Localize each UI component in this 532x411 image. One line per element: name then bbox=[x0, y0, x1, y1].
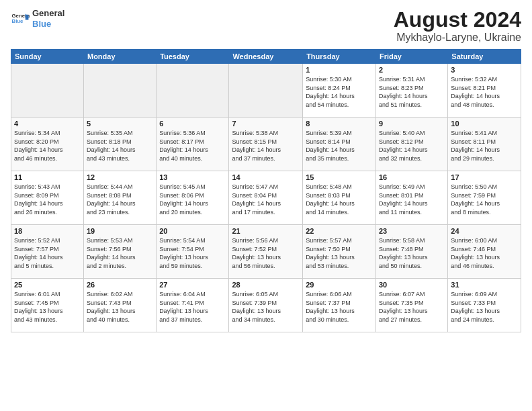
day-number: 15 bbox=[306, 173, 373, 181]
day-info: Sunrise: 5:54 AM Sunset: 7:54 PM Dayligh… bbox=[159, 236, 226, 270]
day-info: Sunrise: 6:09 AM Sunset: 7:33 PM Dayligh… bbox=[451, 290, 518, 324]
day-number: 28 bbox=[232, 281, 300, 289]
day-number: 19 bbox=[87, 227, 153, 235]
table-row: 21Sunrise: 5:56 AM Sunset: 7:52 PM Dayli… bbox=[229, 225, 303, 279]
table-row: 7Sunrise: 5:38 AM Sunset: 8:15 PM Daylig… bbox=[229, 118, 303, 171]
day-number: 30 bbox=[379, 281, 445, 289]
calendar-table: Sunday Monday Tuesday Wednesday Thursday… bbox=[11, 49, 521, 332]
day-info: Sunrise: 5:45 AM Sunset: 8:06 PM Dayligh… bbox=[159, 183, 226, 216]
day-info: Sunrise: 6:07 AM Sunset: 7:35 PM Dayligh… bbox=[379, 290, 445, 324]
day-info: Sunrise: 5:56 AM Sunset: 7:52 PM Dayligh… bbox=[232, 236, 300, 270]
table-row: 10Sunrise: 5:41 AM Sunset: 8:11 PM Dayli… bbox=[448, 118, 521, 171]
day-info: Sunrise: 6:05 AM Sunset: 7:39 PM Dayligh… bbox=[232, 290, 300, 324]
day-number: 23 bbox=[379, 227, 445, 235]
day-number: 13 bbox=[159, 173, 226, 181]
day-number: 17 bbox=[451, 173, 518, 181]
table-row: 3Sunrise: 5:32 AM Sunset: 8:21 PM Daylig… bbox=[448, 64, 521, 118]
title-block: August 2024 Mykhaylo-Laryne, Ukraine bbox=[394, 8, 521, 44]
table-row: 2Sunrise: 5:31 AM Sunset: 8:23 PM Daylig… bbox=[375, 64, 447, 118]
day-info: Sunrise: 5:32 AM Sunset: 8:21 PM Dayligh… bbox=[451, 75, 518, 109]
day-info: Sunrise: 6:02 AM Sunset: 7:43 PM Dayligh… bbox=[87, 290, 153, 324]
day-number: 3 bbox=[451, 66, 518, 74]
table-row: 27Sunrise: 6:04 AM Sunset: 7:41 PM Dayli… bbox=[157, 279, 229, 332]
table-row: 26Sunrise: 6:02 AM Sunset: 7:43 PM Dayli… bbox=[83, 279, 156, 332]
day-number: 12 bbox=[87, 173, 153, 181]
table-row: 29Sunrise: 6:06 AM Sunset: 7:37 PM Dayli… bbox=[303, 279, 376, 332]
day-info: Sunrise: 5:53 AM Sunset: 7:56 PM Dayligh… bbox=[87, 236, 153, 270]
day-info: Sunrise: 5:38 AM Sunset: 8:15 PM Dayligh… bbox=[232, 129, 300, 163]
calendar-week-row: 4Sunrise: 5:34 AM Sunset: 8:20 PM Daylig… bbox=[11, 118, 521, 171]
day-number: 14 bbox=[232, 173, 300, 181]
header-monday: Monday bbox=[83, 50, 156, 64]
day-number: 21 bbox=[232, 227, 300, 235]
day-number: 7 bbox=[232, 120, 300, 128]
day-info: Sunrise: 5:40 AM Sunset: 8:12 PM Dayligh… bbox=[379, 129, 445, 163]
table-row: 4Sunrise: 5:34 AM Sunset: 8:20 PM Daylig… bbox=[11, 118, 84, 171]
day-number: 31 bbox=[451, 281, 518, 289]
table-row: 15Sunrise: 5:48 AM Sunset: 8:03 PM Dayli… bbox=[303, 171, 376, 225]
header-wednesday: Wednesday bbox=[229, 50, 303, 64]
day-info: Sunrise: 5:49 AM Sunset: 8:01 PM Dayligh… bbox=[379, 183, 445, 216]
day-info: Sunrise: 5:35 AM Sunset: 8:18 PM Dayligh… bbox=[87, 129, 153, 163]
day-info: Sunrise: 5:34 AM Sunset: 8:20 PM Dayligh… bbox=[14, 129, 81, 163]
table-row bbox=[157, 64, 229, 118]
day-number: 11 bbox=[14, 173, 81, 181]
table-row: 28Sunrise: 6:05 AM Sunset: 7:39 PM Dayli… bbox=[229, 279, 303, 332]
day-info: Sunrise: 5:57 AM Sunset: 7:50 PM Dayligh… bbox=[306, 236, 373, 270]
table-row: 16Sunrise: 5:49 AM Sunset: 8:01 PM Dayli… bbox=[375, 171, 447, 225]
day-number: 6 bbox=[159, 120, 226, 128]
day-info: Sunrise: 5:58 AM Sunset: 7:48 PM Dayligh… bbox=[379, 236, 445, 270]
logo-general: General bbox=[32, 8, 64, 19]
table-row: 14Sunrise: 5:47 AM Sunset: 8:04 PM Dayli… bbox=[229, 171, 303, 225]
table-row bbox=[229, 64, 303, 118]
day-number: 10 bbox=[451, 120, 518, 128]
day-number: 25 bbox=[14, 281, 81, 289]
day-info: Sunrise: 5:47 AM Sunset: 8:04 PM Dayligh… bbox=[232, 183, 300, 216]
calendar-week-row: 11Sunrise: 5:43 AM Sunset: 8:09 PM Dayli… bbox=[11, 171, 521, 225]
table-row: 30Sunrise: 6:07 AM Sunset: 7:35 PM Dayli… bbox=[375, 279, 447, 332]
day-info: Sunrise: 6:06 AM Sunset: 7:37 PM Dayligh… bbox=[306, 290, 373, 324]
svg-text:Blue: Blue bbox=[12, 18, 24, 24]
logo-icon: General Blue bbox=[11, 9, 30, 28]
day-number: 2 bbox=[379, 66, 445, 74]
header-friday: Friday bbox=[375, 50, 447, 64]
table-row: 8Sunrise: 5:39 AM Sunset: 8:14 PM Daylig… bbox=[303, 118, 376, 171]
day-number: 29 bbox=[306, 281, 373, 289]
svg-marker-4 bbox=[26, 14, 29, 19]
subtitle: Mykhaylo-Laryne, Ukraine bbox=[394, 32, 521, 44]
table-row: 9Sunrise: 5:40 AM Sunset: 8:12 PM Daylig… bbox=[375, 118, 447, 171]
calendar-week-row: 25Sunrise: 6:01 AM Sunset: 7:45 PM Dayli… bbox=[11, 279, 521, 332]
day-info: Sunrise: 5:30 AM Sunset: 8:24 PM Dayligh… bbox=[306, 75, 373, 109]
day-number: 22 bbox=[306, 227, 373, 235]
day-number: 20 bbox=[159, 227, 226, 235]
table-row: 20Sunrise: 5:54 AM Sunset: 7:54 PM Dayli… bbox=[157, 225, 229, 279]
table-row: 19Sunrise: 5:53 AM Sunset: 7:56 PM Dayli… bbox=[83, 225, 156, 279]
day-info: Sunrise: 6:04 AM Sunset: 7:41 PM Dayligh… bbox=[159, 290, 226, 324]
table-row: 1Sunrise: 5:30 AM Sunset: 8:24 PM Daylig… bbox=[303, 64, 376, 118]
header-sunday: Sunday bbox=[11, 50, 84, 64]
table-row: 23Sunrise: 5:58 AM Sunset: 7:48 PM Dayli… bbox=[375, 225, 447, 279]
main-title: August 2024 bbox=[394, 8, 521, 32]
day-number: 26 bbox=[87, 281, 153, 289]
header-saturday: Saturday bbox=[448, 50, 521, 64]
calendar-header-row: Sunday Monday Tuesday Wednesday Thursday… bbox=[11, 50, 521, 64]
table-row bbox=[83, 64, 156, 118]
table-row bbox=[11, 64, 84, 118]
day-info: Sunrise: 5:31 AM Sunset: 8:23 PM Dayligh… bbox=[379, 75, 445, 109]
day-info: Sunrise: 6:01 AM Sunset: 7:45 PM Dayligh… bbox=[14, 290, 81, 324]
day-info: Sunrise: 5:48 AM Sunset: 8:03 PM Dayligh… bbox=[306, 183, 373, 216]
day-number: 18 bbox=[14, 227, 81, 235]
day-info: Sunrise: 5:52 AM Sunset: 7:57 PM Dayligh… bbox=[14, 236, 81, 270]
day-number: 16 bbox=[379, 173, 445, 181]
table-row: 22Sunrise: 5:57 AM Sunset: 7:50 PM Dayli… bbox=[303, 225, 376, 279]
header: General Blue General Blue August 2024 My… bbox=[11, 8, 521, 44]
day-info: Sunrise: 5:44 AM Sunset: 8:08 PM Dayligh… bbox=[87, 183, 153, 216]
table-row: 17Sunrise: 5:50 AM Sunset: 7:59 PM Dayli… bbox=[448, 171, 521, 225]
table-row: 13Sunrise: 5:45 AM Sunset: 8:06 PM Dayli… bbox=[157, 171, 229, 225]
day-number: 1 bbox=[306, 66, 373, 74]
day-number: 27 bbox=[159, 281, 226, 289]
logo-blue: Blue bbox=[32, 19, 64, 30]
day-info: Sunrise: 5:50 AM Sunset: 7:59 PM Dayligh… bbox=[451, 183, 518, 216]
day-info: Sunrise: 6:00 AM Sunset: 7:46 PM Dayligh… bbox=[451, 236, 518, 270]
day-info: Sunrise: 5:39 AM Sunset: 8:14 PM Dayligh… bbox=[306, 129, 373, 163]
